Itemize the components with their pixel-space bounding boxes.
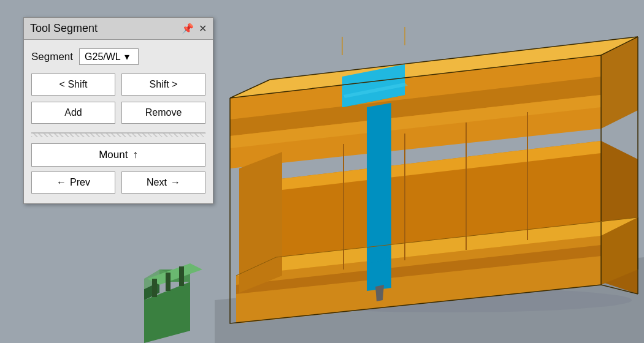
shift-left-button[interactable]: < Shift	[31, 74, 115, 96]
shift-row: < Shift Shift >	[31, 74, 205, 96]
nav-row: ← Prev Next →	[31, 172, 205, 194]
panel-body: Segment G25/WL ▾ < Shift Shift > Add Rem…	[24, 40, 213, 203]
shift-right-button[interactable]: Shift >	[121, 74, 205, 96]
segment-select[interactable]: G25/WL ▾	[79, 48, 139, 65]
svg-marker-15	[239, 152, 282, 293]
svg-rect-41	[152, 279, 157, 297]
mount-label: Mount	[99, 149, 128, 161]
tool-segment-panel: Tool Segment 📌 ✕ Segment G25/WL ▾ < Shif…	[23, 17, 213, 204]
prev-label: Prev	[70, 177, 90, 188]
svg-marker-25	[375, 285, 384, 301]
mount-arrow-icon: ↑	[132, 149, 138, 161]
next-button[interactable]: Next →	[121, 172, 205, 194]
mount-button[interactable]: Mount ↑	[31, 143, 205, 167]
add-button[interactable]: Add	[31, 102, 115, 124]
remove-button[interactable]: Remove	[121, 102, 205, 124]
next-arrow-icon: →	[171, 177, 180, 188]
mount-row: Mount ↑	[31, 143, 205, 167]
panel-title: Tool Segment	[30, 22, 98, 35]
next-label: Next	[147, 177, 167, 188]
panel-titlebar: Tool Segment 📌 ✕	[24, 18, 213, 40]
segment-row: Segment G25/WL ▾	[31, 48, 205, 65]
prev-arrow-icon: ←	[56, 177, 66, 188]
dropdown-arrow-icon: ▾	[125, 51, 129, 62]
segment-label: Segment	[31, 51, 73, 63]
divider	[31, 132, 205, 137]
svg-marker-21	[367, 103, 391, 266]
add-remove-row: Add Remove	[31, 102, 205, 124]
titlebar-controls: 📌 ✕	[182, 23, 207, 34]
svg-rect-42	[166, 273, 171, 291]
close-icon[interactable]: ✕	[199, 23, 207, 34]
svg-rect-43	[179, 266, 184, 286]
segment-value: G25/WL	[85, 51, 121, 62]
prev-button[interactable]: ← Prev	[31, 172, 115, 194]
pin-icon[interactable]: 📌	[182, 23, 194, 34]
